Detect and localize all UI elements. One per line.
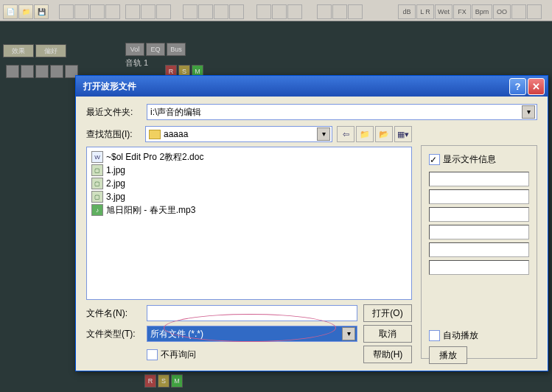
track-btn-eq[interactable]: EQ — [146, 43, 165, 56]
filetype-select[interactable]: 所有文件 (*.*) — [147, 326, 357, 342]
list-item[interactable]: W~$ol Edit Pro 2教程2.doc — [90, 150, 408, 164]
mini-btn[interactable] — [50, 65, 63, 78]
autoplay-label: 自动播放 — [443, 329, 478, 342]
toolbar-btn[interactable] — [74, 4, 89, 19]
track-btn-bus[interactable]: Bus — [167, 43, 186, 56]
dontask-checkbox[interactable] — [147, 349, 158, 360]
info-field — [429, 242, 529, 257]
jpg-icon: ▢ — [91, 178, 103, 189]
jpg-icon: ▢ — [91, 164, 103, 176]
toolbar-btn[interactable] — [214, 4, 228, 19]
toolbar-btn[interactable]: 📄 — [3, 4, 18, 19]
close-icon[interactable]: ✕ — [528, 78, 545, 95]
folder-icon — [149, 130, 161, 139]
mp3-icon: ♪ — [91, 204, 103, 216]
nav-newfolder-icon[interactable]: 📂 — [375, 126, 393, 142]
mini-btn[interactable] — [6, 65, 19, 78]
help-button[interactable]: 帮助(H) — [363, 346, 412, 363]
dontask-label: 不再询问 — [161, 349, 196, 361]
toolbar-btn[interactable] — [125, 4, 140, 19]
info-field — [429, 207, 529, 222]
dialog-titlebar[interactable]: 打开波形文件 ? ✕ — [76, 76, 548, 97]
toolbar-btn-wet[interactable]: Wet — [435, 4, 453, 19]
recent-folder-label: 最近文件夹: — [86, 106, 141, 119]
toolbar-btn[interactable] — [332, 4, 347, 19]
toolbar-btn[interactable] — [156, 4, 171, 19]
nav-back-icon[interactable]: ⇦ — [337, 126, 354, 142]
showinfo-label: 显示文件信息 — [443, 153, 496, 166]
toolbar-btn-oo[interactable]: OO — [493, 4, 511, 19]
jpg-icon: ▢ — [91, 191, 103, 203]
toolbar-btn[interactable] — [272, 4, 287, 19]
toolbar-btn[interactable] — [90, 4, 105, 19]
list-item[interactable]: ▢1.jpg — [90, 164, 408, 177]
cancel-button[interactable]: 取消 — [363, 325, 412, 343]
toolbar-btn[interactable] — [183, 4, 198, 19]
track-solo-btn-2[interactable]: S — [158, 374, 170, 388]
toolbar-btn[interactable] — [287, 4, 302, 19]
panel-btn-prefs[interactable]: 偏好 — [35, 44, 66, 57]
toolbar-btn[interactable] — [198, 4, 213, 19]
track-label: 音轨 1 — [125, 57, 148, 69]
toolbar-btn[interactable] — [256, 4, 271, 19]
doc-icon: W — [91, 151, 103, 163]
list-item[interactable]: ▢3.jpg — [90, 190, 408, 203]
toolbar-btn-lr[interactable]: L R — [416, 4, 434, 19]
help-icon[interactable]: ? — [509, 78, 526, 95]
main-toolbar: 📄 📁 💾 — [0, 0, 552, 21]
nav-up-icon[interactable]: 📁 — [356, 126, 374, 142]
nav-views-icon[interactable]: ▦▾ — [394, 126, 412, 142]
play-button[interactable]: 播放 — [429, 346, 467, 364]
panel-btn-effects[interactable]: 效果 — [3, 44, 34, 57]
dialog-title: 打开波形文件 — [79, 80, 508, 93]
track-btn-vol[interactable]: Vol — [125, 43, 144, 56]
toolbar-btn[interactable] — [348, 4, 363, 19]
filename-input[interactable] — [147, 305, 357, 321]
toolbar-btn[interactable] — [59, 4, 74, 19]
toolbar-btn[interactable] — [511, 4, 526, 19]
track-rec-btn-2[interactable]: R — [144, 374, 156, 388]
autoplay-checkbox[interactable] — [429, 330, 440, 341]
recent-folder-select[interactable]: i:\声音的编辑 — [147, 104, 537, 120]
toolbar-btn[interactable] — [317, 4, 332, 19]
toolbar-btn-db[interactable]: dB — [398, 4, 416, 19]
toolbar-btn-fx[interactable]: FX — [453, 4, 471, 19]
toolbar-btn[interactable] — [229, 4, 244, 19]
toolbar-btn[interactable]: 📁 — [18, 4, 33, 19]
lookin-label: 查找范围(I): — [86, 128, 141, 141]
info-field — [429, 260, 529, 275]
toolbar-btn[interactable] — [141, 4, 156, 19]
toolbar-btn-bpm[interactable]: Bpm — [472, 4, 492, 19]
filename-label: 文件名(N): — [86, 307, 141, 320]
toolbar-btn[interactable] — [105, 4, 120, 19]
filetype-label: 文件类型(T): — [86, 328, 141, 340]
showinfo-checkbox[interactable]: ✓ — [429, 154, 440, 165]
info-field — [429, 225, 529, 239]
mini-btn[interactable] — [21, 65, 34, 78]
track-mute-btn-2[interactable]: M — [171, 374, 183, 388]
info-panel: ✓ 显示文件信息 自动播放 播放 — [421, 145, 537, 359]
lookin-select[interactable]: aaaaa — [145, 126, 332, 142]
list-item[interactable]: ▢2.jpg — [90, 177, 408, 190]
list-item[interactable]: ♪旭日阳刚 - 春天里.mp3 — [90, 203, 408, 217]
toolbar-btn[interactable]: 💾 — [34, 4, 49, 19]
toolbar-btn[interactable] — [527, 4, 542, 19]
mini-btn[interactable] — [35, 65, 49, 78]
info-field — [429, 172, 529, 186]
file-list[interactable]: W~$ol Edit Pro 2教程2.doc ▢1.jpg ▢2.jpg ▢3… — [86, 147, 412, 300]
open-button[interactable]: 打开(O) — [363, 304, 412, 322]
open-file-dialog: 打开波形文件 ? ✕ 最近文件夹: i:\声音的编辑 查找范围(I): aaaa… — [75, 75, 548, 371]
info-field — [429, 189, 529, 204]
